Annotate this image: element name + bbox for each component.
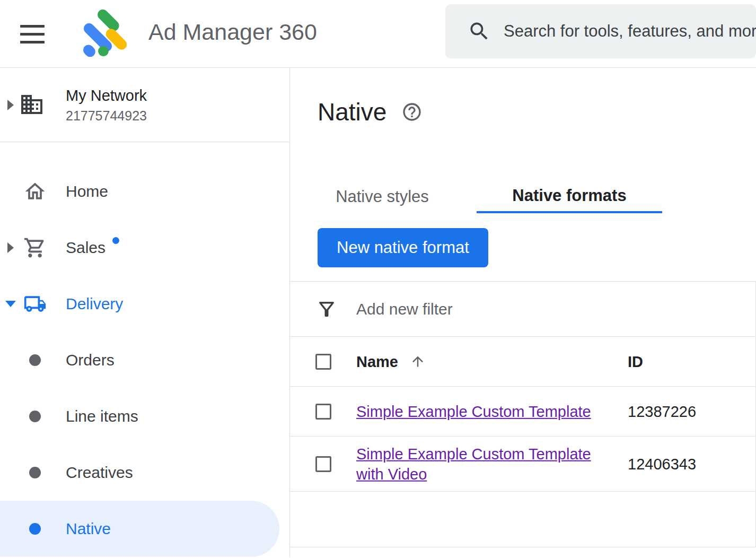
sidebar-item-native[interactable]: Native (0, 501, 289, 557)
row-checkbox[interactable] (315, 456, 331, 472)
cart-icon (23, 236, 47, 259)
page-title: Native (318, 98, 386, 126)
notification-dot (112, 237, 119, 244)
sidebar-item-delivery[interactable]: Delivery (0, 276, 289, 332)
collapse-delivery-icon (5, 301, 16, 307)
sidebar-item-sales[interactable]: Sales (0, 220, 289, 276)
network-name: My Network (66, 87, 147, 104)
sidebar-item-home[interactable]: Home (0, 163, 289, 220)
main-content: Native Native styles Native formats New … (290, 68, 756, 557)
sidebar-item-creatives[interactable]: Creatives (0, 444, 289, 501)
new-native-format-button[interactable]: New native format (318, 228, 488, 267)
column-header-name[interactable]: Name (356, 353, 426, 370)
top-app-bar: Ad Manager 360 (0, 0, 756, 68)
table-header-row: Name ID (290, 337, 755, 387)
add-filter-row[interactable]: Add new filter (290, 282, 755, 337)
native-format-id: 12406343 (628, 455, 696, 473)
native-format-link[interactable]: Simple Example Custom Template with Vide… (356, 443, 605, 484)
select-all-checkbox[interactable] (315, 354, 331, 370)
sidebar-item-label: Sales (66, 239, 106, 257)
app-title: Ad Manager 360 (148, 19, 317, 45)
bullet-icon (29, 523, 41, 535)
bullet-icon (29, 467, 41, 478)
search-bar[interactable] (445, 4, 756, 58)
sidebar: My Network 21775744923 Home Sales (0, 68, 290, 557)
network-id: 21775744923 (66, 108, 147, 124)
truck-icon (23, 292, 47, 316)
sidebar-item-orders[interactable]: Orders (0, 332, 289, 388)
sidebar-item-label: Home (66, 182, 108, 200)
expand-sales-icon (7, 242, 14, 253)
sidebar-item-label: Orders (66, 351, 115, 369)
sidebar-item-line-items[interactable]: Line items (0, 388, 289, 444)
help-icon[interactable] (401, 101, 423, 123)
selected-item-highlight (0, 501, 279, 557)
tab-native-styles[interactable]: Native styles (318, 180, 447, 213)
add-filter-label: Add new filter (356, 300, 453, 318)
building-icon (19, 92, 45, 117)
menu-button[interactable] (20, 20, 48, 48)
column-header-id: ID (628, 353, 643, 370)
table-footer-space (290, 492, 755, 547)
search-icon (468, 20, 491, 43)
sidebar-item-label: Line items (66, 407, 138, 425)
sidebar-item-label: Native (66, 520, 111, 538)
native-formats-table-card: Add new filter Name ID Simple Example Cu… (290, 281, 756, 547)
sidebar-item-label: Delivery (66, 295, 123, 313)
tab-bar: Native styles Native formats (318, 180, 662, 213)
tab-native-formats[interactable]: Native formats (477, 180, 662, 213)
native-format-id: 12387226 (628, 403, 696, 420)
table-row: Simple Example Custom Template with Vide… (290, 437, 755, 492)
bullet-icon (29, 411, 41, 422)
bullet-icon (29, 354, 41, 366)
native-format-link[interactable]: Simple Example Custom Template (356, 401, 591, 421)
filter-icon (315, 298, 338, 320)
network-selector[interactable]: My Network 21775744923 (0, 68, 289, 142)
search-input[interactable] (504, 22, 756, 41)
sidebar-item-label: Creatives (66, 464, 133, 482)
network-expand-icon (7, 100, 14, 110)
sort-ascending-icon (410, 354, 426, 370)
home-icon (23, 180, 47, 203)
column-header-name-label: Name (356, 353, 398, 370)
table-row: Simple Example Custom Template 12387226 (290, 387, 755, 437)
ad-manager-logo (77, 6, 130, 59)
row-checkbox[interactable] (315, 404, 331, 420)
sidebar-nav: Home Sales Delivery Orders (0, 142, 289, 557)
